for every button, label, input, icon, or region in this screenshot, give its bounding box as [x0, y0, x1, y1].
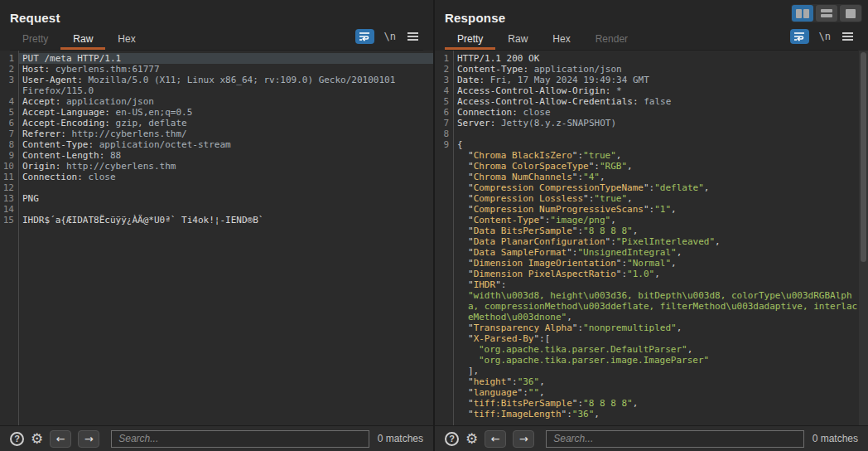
request-search-input[interactable]: [111, 430, 369, 448]
code-line[interactable]: "Compression CompressionTypeName":"defla…: [435, 182, 868, 193]
code-line[interactable]: 3Date: Fri, 17 May 2024 19:49:34 GMT: [435, 75, 868, 85]
code-line[interactable]: 8Content-Type: application/octet-stream: [0, 139, 433, 150]
code-line[interactable]: 1HTTP/1.1 200 OK: [435, 53, 868, 64]
editor-menu-icon[interactable]: [407, 36, 418, 37]
code-line[interactable]: 5Access-Control-Allow-Credentials: false: [435, 96, 868, 107]
code-segment: ,: [633, 226, 639, 236]
show-newlines-toggle[interactable]: \n: [384, 31, 396, 42]
code-segment: Data SampleFormat: [474, 247, 567, 258]
tab-pretty: Pretty: [10, 28, 60, 50]
code-text: ],: [453, 366, 858, 376]
help-icon[interactable]: ?: [10, 432, 24, 446]
code-segment: http://cyberlens.thm: [60, 161, 176, 172]
code-text: [18, 182, 433, 193]
code-line[interactable]: "Content-Type":"image/png",: [435, 215, 868, 226]
code-line[interactable]: 10Origin: http://cyberlens.thm: [0, 161, 433, 172]
previous-match-button[interactable]: ←: [50, 430, 71, 448]
code-text: "Dimension ImageOrientation":"Normal",: [453, 258, 858, 269]
code-line[interactable]: "Data SampleFormat":"UnsignedIntegral",: [435, 247, 868, 258]
request-editor[interactable]: 1PUT /meta HTTP/1.12Host: cyberlens.thm:…: [0, 51, 433, 425]
line-number: 4: [435, 85, 453, 96]
show-newlines-toggle[interactable]: \n: [819, 31, 831, 42]
code-line[interactable]: "Dimension ImageOrientation":"Normal",: [435, 258, 868, 269]
code-segment: PNG: [22, 193, 39, 204]
search-settings-gear-icon[interactable]: ⚙: [465, 432, 478, 446]
request-header: Request PrettyRawHex \n: [0, 0, 433, 51]
code-line[interactable]: ],: [435, 366, 868, 376]
code-line[interactable]: "X-Parsed-By":[: [435, 333, 868, 344]
code-text: Referer: http://cyberlens.thm/: [18, 129, 433, 139]
search-settings-gear-icon[interactable]: ⚙: [31, 432, 43, 446]
code-line[interactable]: 9{: [435, 139, 868, 150]
code-line[interactable]: 15IHDR$´a{ÆIDAT8Ëcüÿÿ¿ÀÄ@*U0ª` Ti4ok!¦-I…: [0, 215, 433, 226]
word-wrap-icon: [793, 32, 805, 41]
code-segment: IHDR$´a{ÆIDAT8Ëcüÿÿ¿ÀÄ@*U0ª` Ti4ok!¦-IEN…: [22, 215, 263, 226]
word-wrap-icon: [359, 32, 370, 41]
code-line[interactable]: "IHDR":: [435, 279, 868, 290]
code-segment: 88: [104, 150, 121, 161]
line-number: 12: [0, 182, 18, 193]
code-segment: ":: [572, 226, 583, 236]
code-line[interactable]: "Transparency Alpha":"nonpremultipled",: [435, 322, 868, 333]
next-match-button[interactable]: →: [513, 430, 534, 448]
code-line[interactable]: "Compression Lossless":"true",: [435, 193, 868, 204]
single-panel-button[interactable]: [840, 5, 861, 22]
code-line[interactable]: 14: [0, 204, 433, 215]
code-line[interactable]: 2Content-Type: application/json: [435, 64, 868, 75]
code-text: Accept-Encoding: gzip, deflate: [18, 118, 433, 129]
code-line[interactable]: 4Access-Control-Allow-Origin: *: [435, 85, 868, 96]
tab-pretty[interactable]: Pretty: [445, 28, 495, 50]
previous-match-button[interactable]: ←: [485, 430, 506, 448]
code-line[interactable]: 4Accept: application/json: [0, 96, 433, 107]
code-line[interactable]: "Chroma ColorSpaceType":"RGB",: [435, 161, 868, 172]
code-line[interactable]: "tiff:ImageLength":"36",: [435, 409, 868, 419]
code-line[interactable]: 11Connection: close: [0, 172, 433, 182]
help-icon[interactable]: ?: [445, 432, 459, 446]
code-line[interactable]: "Data BitsPerSample":"8 8 8 8",: [435, 226, 868, 236]
code-line[interactable]: 2Host: cyberlens.thm:61777: [0, 64, 433, 75]
code-line[interactable]: 6Accept-Encoding: gzip, deflate: [0, 118, 433, 129]
code-line[interactable]: "width\u003d8, height\u003d36, bitDepth\…: [435, 290, 868, 322]
code-line[interactable]: "tiff:BitsPerSample":"8 8 8 8",: [435, 398, 868, 409]
tab-raw[interactable]: Raw: [495, 28, 540, 50]
response-editor[interactable]: 1HTTP/1.1 200 OK2Content-Type: applicati…: [435, 51, 868, 425]
tab-raw[interactable]: Raw: [60, 28, 105, 50]
vertical-scrollbar[interactable]: [859, 51, 868, 425]
code-line[interactable]: "Data PlanarConfiguration":"PixelInterle…: [435, 236, 868, 247]
code-line[interactable]: "height":"36",: [435, 376, 868, 387]
code-text: "Chroma ColorSpaceType":"RGB",: [453, 161, 858, 172]
code-line[interactable]: "org.apache.tika.parser.DefaultParser",: [435, 344, 868, 355]
tab-hex[interactable]: Hex: [540, 28, 582, 50]
code-line[interactable]: 3User-Agent: Mozilla/5.0 (X11; Linux x86…: [0, 75, 433, 96]
next-match-button[interactable]: →: [78, 430, 99, 448]
code-line[interactable]: 9Content-Length: 88: [0, 150, 433, 161]
code-segment: false: [639, 96, 672, 107]
code-segment: ":: [518, 387, 528, 398]
split-columns-button[interactable]: [792, 5, 813, 22]
code-line[interactable]: "Dimension PixelAspectRatio":"1.0",: [435, 269, 868, 279]
code-line[interactable]: 5Accept-Language: en-US,en;q=0.5: [0, 107, 433, 118]
response-search-input[interactable]: [546, 430, 804, 448]
line-number: [435, 387, 453, 398]
code-line[interactable]: "org.apache.tika.parser.image.ImageParse…: [435, 355, 868, 366]
code-line[interactable]: "Compression NumProgressiveScans":"1",: [435, 204, 868, 215]
code-line[interactable]: 6Connection: close: [435, 107, 868, 118]
code-line[interactable]: 13PNG: [0, 193, 433, 204]
line-number: [435, 322, 453, 333]
code-line[interactable]: 1PUT /meta HTTP/1.1: [0, 53, 433, 64]
code-line[interactable]: 12: [0, 182, 433, 193]
code-line[interactable]: 8: [435, 129, 868, 139]
scrollbar-thumb[interactable]: [861, 52, 866, 262]
code-line[interactable]: "Chroma BlackIsZero":"true",: [435, 150, 868, 161]
editor-menu-icon[interactable]: [842, 36, 853, 37]
tab-hex[interactable]: Hex: [105, 28, 147, 50]
word-wrap-toggle[interactable]: [790, 29, 809, 44]
word-wrap-toggle[interactable]: [355, 29, 374, 44]
code-line[interactable]: "Chroma NumChannels":"4",: [435, 172, 868, 182]
split-rows-button[interactable]: [816, 5, 837, 22]
response-tabs: PrettyRawHexRender: [445, 28, 640, 50]
code-line[interactable]: 7Server: Jetty(8.y.z-SNAPSHOT): [435, 118, 868, 129]
line-number: 13: [0, 193, 18, 204]
code-line[interactable]: "language":"",: [435, 387, 868, 398]
code-line[interactable]: 7Referer: http://cyberlens.thm/: [0, 129, 433, 139]
